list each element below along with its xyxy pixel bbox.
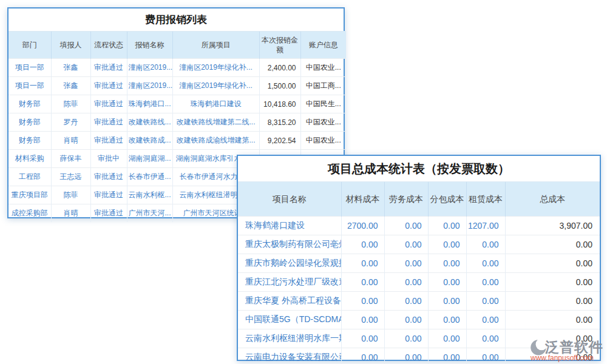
table-row[interactable]: 财务部罗丹审批通过改建铁路线...改建铁路线增建第二线...8,315.20中国… bbox=[8, 113, 346, 132]
subcontract-cost-cell: 0.00 bbox=[428, 254, 466, 273]
department-cell: 材料采购 bbox=[8, 150, 51, 168]
cost-table-header-row: 项目名称材料成本劳务成本分包成本租赁成本总成本 bbox=[238, 182, 600, 217]
table-row[interactable]: 重庆华夏 外高桥工程设备0.000.000.000.000.00 bbox=[238, 292, 600, 311]
reimbursement-name-link[interactable]: 云南水利枢... bbox=[127, 186, 172, 204]
column-header: 流程状态 bbox=[90, 32, 127, 59]
rental-cost-cell: 0.00 bbox=[466, 235, 505, 254]
department-cell: 成控采购部 bbox=[8, 204, 51, 223]
project-link[interactable]: 潼南区2019年绿化补... bbox=[172, 59, 259, 77]
reimbursement-name-link[interactable]: 广州市天河... bbox=[127, 204, 172, 223]
reimbursement-name-link[interactable]: 湖南洞庭湖... bbox=[127, 150, 172, 168]
process-status-cell: 审批通过 bbox=[90, 59, 127, 77]
reimbursement-name-link[interactable]: 长春市伊通... bbox=[127, 168, 172, 186]
project-name-link[interactable]: 重庆太极制药有限公司亳州中药 bbox=[238, 235, 341, 254]
filler-cell: 罗丹 bbox=[51, 113, 90, 132]
reimbursement-name-link[interactable]: 潼南区2019... bbox=[127, 59, 172, 77]
table-row[interactable]: 中国联通5G（TD-SCDMA）网络0.000.000.000.000.00 bbox=[238, 311, 600, 329]
table-row[interactable]: 重庆市鹅岭公园绿化景观提升工程0.000.000.000.000.00 bbox=[238, 254, 600, 273]
material-cost-cell: 0.00 bbox=[341, 292, 384, 311]
column-header: 报销名称 bbox=[127, 32, 172, 59]
labor-cost-cell: 0.00 bbox=[384, 217, 428, 235]
filler-cell: 陈菲 bbox=[51, 186, 90, 204]
department-cell: 工程部 bbox=[8, 168, 51, 186]
process-status-cell: 审批通过 bbox=[90, 186, 127, 204]
column-header: 项目名称 bbox=[238, 182, 341, 217]
project-name-link[interactable]: 中国联通5G（TD-SCDMA）网络 bbox=[238, 311, 341, 329]
table-row[interactable]: 重庆江北污水处理厂级改造工程0.000.000.000.000.00 bbox=[238, 273, 600, 292]
project-link[interactable]: 潼南区2019年绿化补... bbox=[172, 77, 259, 95]
labor-cost-cell: 0.00 bbox=[384, 329, 428, 348]
subcontract-cost-cell: 0.00 bbox=[428, 235, 466, 254]
material-cost-cell: 0.00 bbox=[341, 235, 384, 254]
column-header: 材料成本 bbox=[341, 182, 384, 217]
column-header: 租赁成本 bbox=[466, 182, 505, 217]
project-name-link[interactable]: 重庆市鹅岭公园绿化景观提升工程 bbox=[238, 254, 341, 273]
account-info-cell: 中国农业... bbox=[300, 113, 346, 132]
material-cost-cell: 2700.00 bbox=[341, 217, 384, 235]
project-link[interactable]: 改建铁路线增建第二线... bbox=[172, 113, 259, 132]
labor-cost-cell: 0.00 bbox=[384, 348, 428, 364]
labor-cost-cell: 0.00 bbox=[384, 235, 428, 254]
process-status-cell: 审批通过 bbox=[90, 77, 127, 95]
account-info-cell: 中国民生... bbox=[300, 95, 346, 113]
filler-cell: 肖晴 bbox=[51, 204, 90, 223]
department-cell: 项目一部 bbox=[8, 59, 51, 77]
rental-cost-cell: 0.00 bbox=[466, 311, 505, 329]
rental-cost-cell: 1207.00 bbox=[466, 217, 505, 235]
labor-cost-cell: 0.00 bbox=[384, 311, 428, 329]
project-name-link[interactable]: 云南电力设备安装有限公司2019 bbox=[238, 348, 341, 364]
project-link[interactable]: 改建铁路成渝线增建第... bbox=[172, 132, 259, 150]
project-name-link[interactable]: 重庆江北污水处理厂级改造工程 bbox=[238, 273, 341, 292]
table-row[interactable]: 财务部肖晴审批通过改建铁路成...改建铁路成渝线增建第...9,202.54中国… bbox=[8, 132, 346, 150]
table-row[interactable]: 项目一部张鑫审批通过潼南区2019...潼南区2019年绿化补...1,500.… bbox=[8, 77, 346, 95]
material-cost-cell: 0.00 bbox=[341, 273, 384, 292]
column-header: 本次报销金额 bbox=[259, 32, 300, 59]
column-header: 劳务成本 bbox=[384, 182, 428, 217]
table-row[interactable]: 项目一部张鑫审批通过潼南区2019...潼南区2019年绿化补...2,400.… bbox=[8, 59, 346, 77]
total-cost-cell: 0.00 bbox=[505, 329, 600, 348]
table-row[interactable]: 云南电力设备安装有限公司20190.000.000.000.000.00 bbox=[238, 348, 600, 364]
total-cost-cell: 0.00 bbox=[505, 273, 600, 292]
reimbursement-name-link[interactable]: 改建铁路线... bbox=[127, 113, 172, 132]
table-row[interactable]: 重庆太极制药有限公司亳州中药0.000.000.000.000.00 bbox=[238, 235, 600, 254]
rental-cost-cell: 0.00 bbox=[466, 292, 505, 311]
account-info-cell: 中国农业... bbox=[300, 132, 346, 150]
process-status-cell: 审批通过 bbox=[90, 204, 127, 223]
amount-cell: 1,500.00 bbox=[259, 77, 300, 95]
process-status-cell: 审批通过 bbox=[90, 132, 127, 150]
subcontract-cost-cell: 0.00 bbox=[428, 329, 466, 348]
table-row[interactable]: 财务部陈菲审批通过珠海鹤港口...珠海鹤港口建设10,418.60中国民生... bbox=[8, 95, 346, 113]
project-name-link[interactable]: 云南水利枢纽潜明水库一期工程 bbox=[238, 329, 341, 348]
column-header: 填报人 bbox=[51, 32, 90, 59]
account-info-cell: 中国农业... bbox=[300, 59, 346, 77]
column-header: 分包成本 bbox=[428, 182, 466, 217]
cost-window-title: 项目总成本统计表（按发票取数） bbox=[238, 156, 600, 181]
process-status-cell: 审批通过 bbox=[90, 113, 127, 132]
total-cost-cell: 0.00 bbox=[505, 348, 600, 364]
total-cost-cell: 0.00 bbox=[505, 254, 600, 273]
filler-cell: 张鑫 bbox=[51, 77, 90, 95]
table-row[interactable]: 珠海鹤港口建设2700.000.000.001207.003,907.00 bbox=[238, 217, 600, 235]
rental-cost-cell: 0.00 bbox=[466, 329, 505, 348]
department-cell: 项目一部 bbox=[8, 77, 51, 95]
project-link[interactable]: 珠海鹤港口建设 bbox=[172, 95, 259, 113]
project-name-link[interactable]: 珠海鹤港口建设 bbox=[238, 217, 341, 235]
column-header: 账户信息 bbox=[300, 32, 346, 59]
reimbursement-name-link[interactable]: 珠海鹤港口... bbox=[127, 95, 172, 113]
department-cell: 重庆项目部 bbox=[8, 186, 51, 204]
filler-cell: 王志远 bbox=[51, 168, 90, 186]
process-status-cell: 审批中 bbox=[90, 150, 127, 168]
expense-table-header-row: 部门填报人流程状态报销名称所属项目本次报销金额账户信息 bbox=[8, 32, 346, 59]
project-name-link[interactable]: 重庆华夏 外高桥工程设备 bbox=[238, 292, 341, 311]
labor-cost-cell: 0.00 bbox=[384, 273, 428, 292]
table-row[interactable]: 云南水利枢纽潜明水库一期工程0.000.000.000.000.00 bbox=[238, 329, 600, 348]
reimbursement-name-link[interactable]: 改建铁路成... bbox=[127, 132, 172, 150]
column-header: 部门 bbox=[8, 32, 51, 59]
department-cell: 财务部 bbox=[8, 113, 51, 132]
reimbursement-name-link[interactable]: 潼南区2019... bbox=[127, 77, 172, 95]
material-cost-cell: 0.00 bbox=[341, 348, 384, 364]
department-cell: 财务部 bbox=[8, 95, 51, 113]
rental-cost-cell: 0.00 bbox=[466, 348, 505, 364]
process-status-cell: 审批通过 bbox=[90, 168, 127, 186]
total-cost-cell: 0.00 bbox=[505, 311, 600, 329]
